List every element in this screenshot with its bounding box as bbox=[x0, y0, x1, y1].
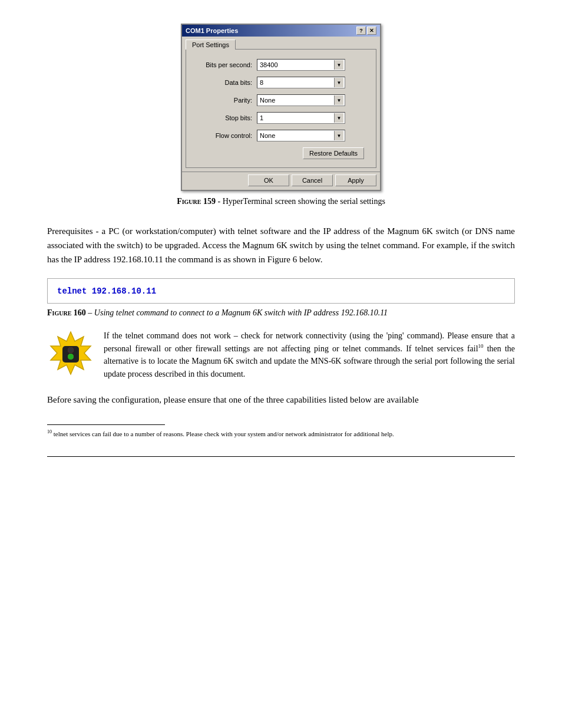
footnote-text: 10 telnet services can fail due to a num… bbox=[47, 429, 515, 439]
flow-control-arrow: ▼ bbox=[334, 131, 343, 140]
flow-control-row: Flow control: None ▼ bbox=[198, 130, 364, 141]
prerequisites-paragraph: Prerequisites - a PC (or workstation/com… bbox=[47, 224, 515, 266]
restore-row: Restore Defaults bbox=[198, 147, 364, 159]
warning-icon bbox=[47, 330, 94, 377]
data-bits-label: Data bits: bbox=[198, 79, 257, 86]
flow-control-label: Flow control: bbox=[198, 132, 257, 139]
svg-point-5 bbox=[68, 347, 74, 353]
figure-160-caption: Figure 160 – Using telnet command to con… bbox=[47, 308, 515, 318]
com1-properties-dialog: COM1 Properties ? ✕ Port Settings Bits p… bbox=[181, 24, 381, 191]
bottom-rule bbox=[47, 456, 515, 457]
dialog-titlebar: COM1 Properties ? ✕ bbox=[182, 25, 380, 37]
parity-label: Parity: bbox=[198, 97, 257, 104]
help-button[interactable]: ? bbox=[356, 27, 366, 35]
stop-bits-select[interactable]: 1 ▼ bbox=[257, 112, 345, 124]
saving-config-paragraph: Before saving the configuration, please … bbox=[47, 393, 515, 407]
note-box: If the telnet command does not work – ch… bbox=[47, 330, 515, 381]
bits-per-second-label: Bits per second: bbox=[198, 61, 257, 68]
bits-per-second-row: Bits per second: 38400 ▼ bbox=[198, 59, 364, 71]
close-button[interactable]: ✕ bbox=[367, 27, 376, 35]
port-settings-tab[interactable]: Port Settings bbox=[186, 39, 236, 50]
stop-bits-arrow: ▼ bbox=[334, 113, 343, 123]
telnet-command: telnet 192.168.10.11 bbox=[57, 286, 156, 296]
parity-row: Parity: None ▼ bbox=[198, 94, 364, 106]
note-text-content: If the telnet command does not work – ch… bbox=[104, 330, 515, 381]
figure-159-caption: Figure 159 - HyperTerminal screen showin… bbox=[47, 197, 515, 206]
apply-button[interactable]: Apply bbox=[335, 174, 376, 186]
dialog-title: COM1 Properties bbox=[186, 27, 238, 34]
stop-bits-label: Stop bits: bbox=[198, 114, 257, 121]
parity-arrow: ▼ bbox=[334, 95, 343, 105]
bits-per-second-arrow: ▼ bbox=[334, 60, 343, 70]
parity-select[interactable]: None ▼ bbox=[257, 94, 345, 106]
dialog-titlebar-buttons: ? ✕ bbox=[356, 27, 376, 35]
cancel-button[interactable]: Cancel bbox=[292, 174, 333, 186]
dialog-content: Bits per second: 38400 ▼ Data bits: 8 ▼ … bbox=[186, 49, 376, 168]
svg-point-6 bbox=[68, 354, 74, 360]
command-box: telnet 192.168.10.11 bbox=[47, 278, 515, 304]
dialog-footer: OK Cancel Apply bbox=[182, 172, 380, 190]
data-bits-arrow: ▼ bbox=[334, 78, 343, 87]
dialog-tabs: Port Settings bbox=[182, 37, 380, 49]
stop-bits-row: Stop bits: 1 ▼ bbox=[198, 112, 364, 124]
bits-per-second-select[interactable]: 38400 ▼ bbox=[257, 59, 345, 71]
restore-defaults-button[interactable]: Restore Defaults bbox=[303, 147, 364, 159]
data-bits-row: Data bits: 8 ▼ bbox=[198, 77, 364, 88]
footnote-separator bbox=[47, 424, 165, 425]
dialog-container: COM1 Properties ? ✕ Port Settings Bits p… bbox=[47, 24, 515, 191]
ok-button[interactable]: OK bbox=[248, 174, 289, 186]
flow-control-select[interactable]: None ▼ bbox=[257, 130, 345, 141]
data-bits-select[interactable]: 8 ▼ bbox=[257, 77, 345, 88]
